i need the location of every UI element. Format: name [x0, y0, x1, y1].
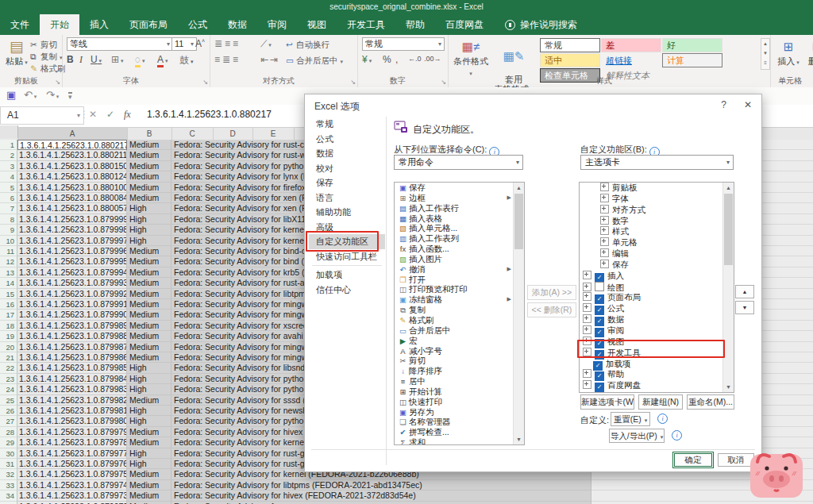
cell-b[interactable]: Medium — [127, 256, 171, 267]
expand-icon[interactable] — [600, 237, 609, 246]
comma-icon[interactable]: , — [395, 54, 398, 65]
name-box[interactable]: A1▾ — [0, 106, 84, 125]
tree-item-数据[interactable]: ✓数据 — [580, 314, 734, 325]
row-header[interactable]: 23 — [0, 374, 17, 384]
cell-b[interactable]: Medium — [127, 161, 171, 171]
options-nav-数据[interactable]: 数据 — [309, 146, 385, 161]
cell-b[interactable]: High — [127, 384, 171, 394]
command-item[interactable]: ✂剪切 — [395, 356, 524, 366]
command-item[interactable]: ▭合并后居中 — [395, 325, 524, 336]
command-item[interactable]: ⊞开始计算 — [395, 387, 524, 397]
cell-a[interactable]: 1.3.6.1.4.1.25623.1.0.879992 — [17, 289, 127, 299]
cell-b[interactable]: High — [127, 448, 171, 459]
fill-color-icon[interactable]: ◌ ▾ — [135, 54, 145, 65]
expand-icon[interactable] — [583, 380, 591, 389]
cell-b[interactable]: Medium — [127, 321, 171, 331]
cell-a[interactable]: 1.3.6.1.4.1.25623.1.0.879996 — [17, 246, 127, 256]
command-item[interactable]: ▨插入图片 — [395, 254, 524, 264]
row-header[interactable]: 1 — [0, 140, 17, 150]
expand-icon[interactable] — [583, 325, 591, 334]
cell-a[interactable]: 1.3.6.1.4.1.25623.1.0.879993 — [17, 278, 127, 288]
import-export-button[interactable]: 导入/导出(P)▾ — [609, 429, 665, 443]
row-header[interactable]: 14 — [0, 278, 17, 288]
command-item[interactable]: ⊞边框▶ — [395, 193, 524, 203]
cell-b[interactable]: Medium — [127, 150, 171, 160]
cell-style-计算[interactable]: 计算 — [662, 53, 722, 67]
command-item[interactable]: ▤插入工作表行 — [395, 203, 524, 214]
cell-a[interactable]: 1.3.6.1.4.1.25623.1.0.879981 — [17, 406, 127, 416]
options-nav-常规[interactable]: 常规 — [309, 117, 385, 132]
tree-item-字体[interactable]: 字体 — [580, 194, 734, 205]
row-header[interactable]: 5 — [0, 183, 17, 193]
tab-数据[interactable]: 数据 — [218, 14, 257, 35]
close-icon[interactable]: ✕ — [744, 99, 752, 110]
command-item[interactable]: ↓降序排序 — [395, 366, 524, 376]
cell-b[interactable]: High — [127, 374, 171, 384]
cell-b[interactable]: Medium — [127, 342, 171, 352]
cell-b[interactable]: Medium — [127, 267, 171, 278]
cell-a[interactable]: 1.3.6.1.4.1.25623.1.0.879982 — [17, 395, 127, 406]
row-header[interactable]: 4 — [0, 171, 17, 182]
cell-a[interactable]: 1.3.6.1.4.1.25623.1.0.879985 — [17, 363, 127, 373]
row-header[interactable]: 11 — [0, 246, 17, 256]
customize-qat-icon[interactable]: ▾ — [68, 92, 72, 100]
expand-icon[interactable] — [583, 303, 591, 312]
cell-a[interactable]: 1.3.6.1.4.1.25623.1.0.880217 — [17, 140, 127, 150]
insert-cells-button[interactable]: ⊞ 插入 ▾ — [776, 38, 800, 67]
cell-a[interactable]: 1.3.6.1.4.1.25623.1.0.879997 — [17, 236, 127, 246]
tab-开始[interactable]: 开始 — [40, 14, 79, 35]
cell-a[interactable]: 1.3.6.1.4.1.25623.1.0.879990 — [17, 310, 127, 320]
formula-text[interactable]: 1.3.6.1.4.1.25623.1.0.880217 — [147, 109, 272, 120]
row-header[interactable]: 22 — [0, 363, 17, 373]
reset-button[interactable]: 重置(E)▾ — [611, 412, 650, 426]
options-nav-信任中心[interactable]: 信任中心 — [309, 283, 385, 298]
command-item[interactable]: ◫快速打印 — [395, 397, 524, 407]
row-header[interactable]: 13 — [0, 267, 17, 278]
select-all-corner[interactable] — [0, 125, 18, 138]
paste-button[interactable]: ▤ 粘贴 ▾ — [5, 38, 29, 67]
command-item[interactable]: A减小字号 — [395, 346, 524, 356]
cell-b[interactable]: High — [127, 225, 171, 235]
tree-item-单元格[interactable]: 单元格 — [580, 237, 734, 248]
cell-b[interactable]: Medium — [127, 183, 171, 193]
cell-b[interactable]: High — [127, 236, 171, 246]
column-header-B[interactable]: B — [127, 128, 172, 140]
rename-button[interactable]: 重命名(M)... — [687, 394, 734, 410]
cell-b[interactable]: Medium — [127, 437, 171, 448]
commands-list[interactable]: ▣保存⊞边框▶▤插入工作表行▦插入表格▧插入单元格...▥插入工作表列fx插入函… — [394, 182, 525, 445]
cell-b[interactable]: Medium — [127, 310, 171, 320]
scroll-up-icon[interactable]: ▲ — [514, 183, 524, 193]
add-button[interactable]: 添加(A) >> — [527, 285, 576, 300]
row-header[interactable]: 33 — [0, 480, 17, 491]
row-header[interactable]: 10 — [0, 236, 17, 246]
scroll-thumb[interactable] — [724, 194, 733, 265]
merge-center-button[interactable]: ▭合并后居中 ▾ — [286, 56, 343, 67]
cell-a[interactable]: 1.3.6.1.4.1.25623.1.0.880100 — [17, 183, 127, 193]
ribbon-tree[interactable]: 剪贴板字体对齐方式数字样式单元格编辑保存✓插入绘图✓页面布局✓公式✓数据✓审阅✓… — [579, 182, 734, 393]
cell-style-常规[interactable]: 常规 — [540, 38, 600, 52]
scrollbar[interactable]: ▲▼ — [722, 183, 734, 392]
cell-b[interactable]: High — [127, 416, 171, 426]
gallery-scroll[interactable]: ▲▼≡ — [761, 38, 770, 70]
command-item[interactable]: ▶宏 — [395, 336, 524, 346]
row-header[interactable]: 20 — [0, 342, 17, 352]
underline-icon[interactable]: U ▾ — [91, 54, 102, 65]
row-header[interactable]: 19 — [0, 331, 17, 341]
row-header[interactable]: 32 — [0, 469, 17, 479]
tree-item-绘图[interactable]: 绘图 — [580, 282, 734, 293]
cell-a[interactable]: 1.3.6.1.4.1.25623.1.0.879976 — [17, 459, 127, 469]
row-header[interactable]: 31 — [0, 459, 17, 469]
cell-a[interactable]: 1.3.6.1.4.1.25623.1.0.879994 — [17, 267, 127, 278]
command-item[interactable]: ▦插入表格 — [395, 214, 524, 224]
cell-a[interactable]: 1.3.6.1.4.1.25623.1.0.879978 — [17, 437, 127, 448]
tree-item-帮助[interactable]: ✓帮助 — [580, 369, 734, 380]
checkbox[interactable] — [595, 282, 604, 291]
command-item[interactable]: ✔拼写检查... — [395, 427, 524, 437]
options-nav-辅助功能[interactable]: 辅助功能 — [309, 205, 385, 220]
cell-a[interactable]: 1.3.6.1.4.1.25623.1.0.879974 — [17, 480, 127, 491]
command-item[interactable]: ❐打开 — [395, 275, 524, 285]
scrollbar[interactable]: ▲▼ — [513, 183, 524, 444]
ok-button[interactable]: 确定 — [674, 453, 712, 467]
options-nav-保存[interactable]: 保存 — [309, 175, 385, 190]
column-header-E[interactable]: E — [252, 128, 295, 140]
